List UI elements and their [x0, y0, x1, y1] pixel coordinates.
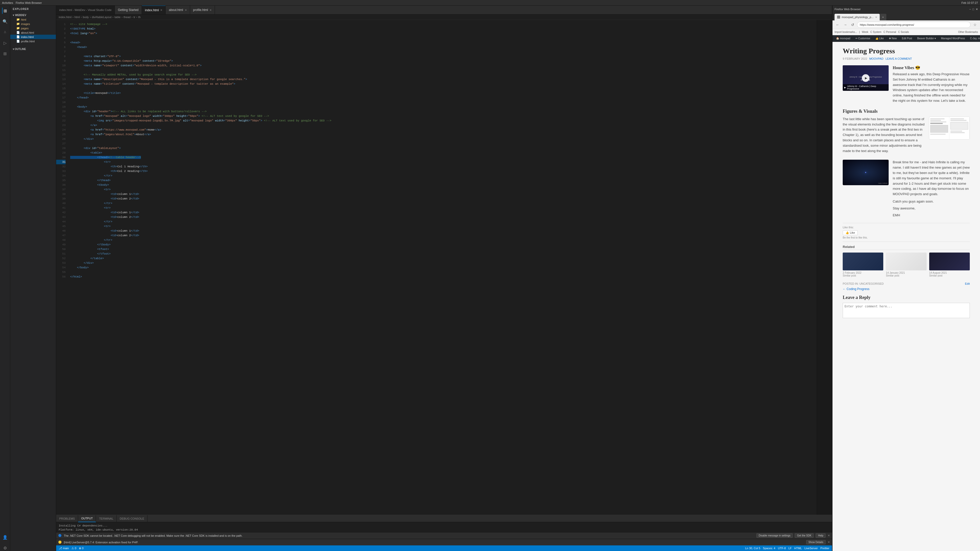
tab-profile-html[interactable]: profile.html ✕	[190, 6, 215, 14]
get-sdk-button[interactable]: Get the SDK	[795, 534, 814, 538]
breadcrumb-item[interactable]: html	[75, 16, 80, 19]
status-warnings[interactable]: ⊗ 0	[79, 547, 83, 550]
explorer-item-images[interactable]: 📁 images	[10, 22, 56, 26]
related-item-2[interactable]: 14 January 2021 Similar post	[886, 252, 926, 277]
breadcrumb-item[interactable]: index.html	[59, 16, 72, 19]
extensions-icon[interactable]: ⊞	[2, 51, 8, 57]
wp-item-edit-post[interactable]: Edit Post	[900, 37, 914, 40]
wp-item-beaver[interactable]: Beaver Builder ▾	[916, 37, 937, 40]
wp-item-like[interactable]: 👍 Like	[874, 37, 885, 40]
related-label-2: Similar post	[886, 274, 926, 277]
status-branch[interactable]: ⎇ main	[59, 547, 69, 550]
status-spaces[interactable]: Spaces: 4	[763, 547, 775, 550]
activities-label[interactable]: Activities	[2, 1, 13, 4]
search-icon[interactable]: 🔍	[2, 18, 8, 24]
back-button[interactable]: ←	[835, 22, 841, 27]
explorer-item-pages[interactable]: 📁 pages	[10, 26, 56, 30]
breadcrumb-item[interactable]: thead	[124, 16, 130, 19]
new-tab-icon[interactable]: +	[882, 16, 884, 19]
outline-title[interactable]: ▾ OUTLINE	[10, 47, 56, 51]
comment-input[interactable]	[843, 303, 970, 318]
related-date-2: 14 January 2021	[886, 272, 926, 274]
tab-close-icon[interactable]: ✕	[185, 9, 187, 11]
prev-post-link[interactable]: ← Coding Progress	[843, 287, 970, 291]
status-errors[interactable]: ⚠ 0	[72, 547, 76, 550]
browser-tab-close-icon[interactable]: ✕	[875, 16, 877, 19]
notification-close-icon[interactable]: ✕	[828, 534, 830, 537]
tab-output[interactable]: OUTPUT	[78, 515, 96, 522]
status-liveserver[interactable]: LiveServer	[804, 547, 818, 550]
reload-button[interactable]: ↺	[850, 22, 856, 27]
blog-comments-link[interactable]: LEAVE A COMMENT	[886, 57, 912, 60]
status-language[interactable]: HTML	[794, 547, 802, 550]
bookmark-icon[interactable]: ☆	[972, 22, 978, 27]
bookmark-socials[interactable]: C Socials	[898, 30, 909, 33]
explorer-item-index[interactable]: 📄 index.html	[10, 35, 56, 39]
help-button[interactable]: Help	[816, 534, 826, 538]
browser-tab-active[interactable]: moovpad_physiology_p... ✕	[835, 14, 880, 21]
editor-area: index.html - WebDev - Visual Studio Code…	[56, 6, 832, 551]
forward-button[interactable]: →	[842, 22, 848, 27]
explorer-item-about[interactable]: 📄 about.html	[10, 30, 56, 35]
show-details-button[interactable]: Show Details	[806, 540, 826, 545]
tab-close-icon[interactable]: ✕	[210, 9, 212, 11]
browser-tab-new[interactable]: +	[880, 14, 886, 21]
wp-item-customise[interactable]: ✏ Customise	[854, 37, 872, 40]
minimize-icon[interactable]: −	[969, 8, 971, 11]
like-button[interactable]: 👍 Like	[843, 230, 858, 235]
blog-title: Writing Progress	[843, 47, 970, 55]
address-bar[interactable]	[857, 22, 970, 28]
edit-link[interactable]: Edit	[965, 282, 970, 285]
breadcrumb-item[interactable]: body	[83, 16, 89, 19]
settings-icon[interactable]: ⚙	[2, 545, 8, 551]
debug-icon[interactable]: ▷	[2, 40, 8, 46]
related-item-1[interactable]: 2 February 2022 Similar post	[843, 252, 883, 277]
tab-index-html[interactable]: index.html ✕	[142, 6, 166, 14]
tab-getting-started[interactable]: Getting Started	[115, 6, 142, 14]
blog-category-link[interactable]: MOOVPAD	[869, 57, 883, 60]
breadcrumb-item[interactable]: table	[115, 16, 121, 19]
tab-debug-console[interactable]: DEBUG CONSOLE	[117, 515, 148, 522]
breadcrumb-item[interactable]: th	[138, 16, 141, 19]
tab-terminal[interactable]: TERMINAL	[96, 515, 117, 522]
tab-about-html[interactable]: about.html ✕	[165, 6, 190, 14]
breadcrumb-item[interactable]: tr	[134, 16, 135, 19]
play-button[interactable]	[862, 74, 870, 82]
code-editor[interactable]: <!-- site homepage --> <!DOCTYPE html> <…	[68, 20, 817, 515]
related-section: Related 2 February 2022 Similar post 14 …	[843, 245, 970, 277]
bookmarks-row: Import bookmarks... | Week C System C Pe…	[832, 29, 980, 35]
output-line: Installing C# dependencies...	[59, 524, 829, 528]
status-eol[interactable]: LF	[788, 547, 792, 550]
datetime: Feb 10 07:27	[961, 1, 978, 4]
maximize-icon[interactable]: □	[972, 8, 974, 11]
wp-item-user[interactable]: C-Jay, moovpad 🔔	[969, 37, 980, 40]
related-item-3[interactable]: 14 August 2021 Similar post	[929, 252, 970, 277]
wp-item-managed-wp[interactable]: Managed WordPress	[939, 37, 966, 40]
wp-item-new[interactable]: ✚ New	[887, 37, 898, 40]
notification-close-icon[interactable]: ✕	[828, 540, 830, 544]
disable-message-button[interactable]: Disable message in settings	[756, 534, 793, 538]
explorer-section-title[interactable]: ▾ WEBDEV	[10, 13, 56, 17]
game-paragraph: Break time for me - and Halo Infinite is…	[893, 160, 970, 197]
bookmark-other[interactable]: Other Bookmarks	[958, 30, 978, 33]
explorer-item-html[interactable]: 📁 html	[10, 17, 56, 22]
bookmark-system[interactable]: C System	[870, 30, 881, 33]
bookmark-week[interactable]: Week	[862, 30, 868, 33]
bookmark-personal[interactable]: C Personal	[883, 30, 896, 33]
status-encoding[interactable]: UTF-8	[778, 547, 786, 550]
breadcrumb-item[interactable]: div#tableLayout	[92, 16, 111, 19]
tab-problems[interactable]: PROBLEMS	[56, 515, 78, 522]
close-icon[interactable]: ✕	[976, 8, 978, 11]
video-thumbnail[interactable]: Johnny M - Catharsis | Deep Progressive …	[843, 65, 889, 91]
explorer-item-profile[interactable]: 📄 profile.html	[10, 39, 56, 43]
git-icon[interactable]: ⑃	[2, 29, 8, 35]
bookmark-import[interactable]: Import bookmarks...	[835, 30, 857, 33]
status-prettier[interactable]: Prettier	[821, 547, 829, 550]
figures-col-2	[950, 117, 969, 139]
tab-close-icon[interactable]: ✕	[160, 9, 162, 11]
outline-section: ▾ OUTLINE	[10, 46, 56, 52]
accounts-icon[interactable]: 👤	[2, 534, 8, 540]
status-position[interactable]: Ln 30, Col 5	[745, 547, 760, 550]
explorer-icon[interactable]: ⊞	[2, 8, 8, 14]
wp-item-moovpad[interactable]: 🏠 moovpad	[835, 37, 852, 40]
